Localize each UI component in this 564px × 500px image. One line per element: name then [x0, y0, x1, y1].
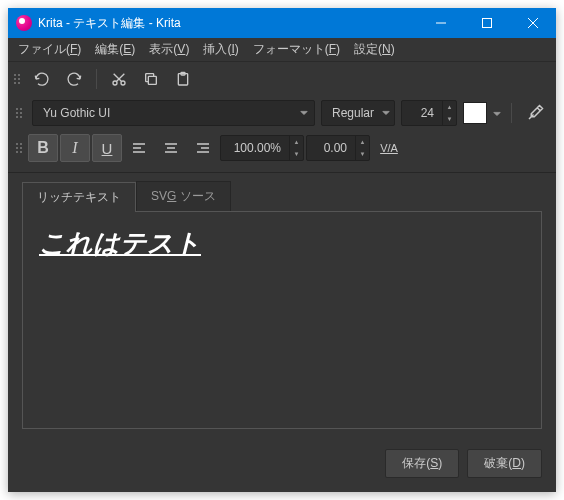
toolbar-handle[interactable] [16, 102, 24, 124]
align-right-button[interactable] [188, 134, 218, 162]
spin-up-icon[interactable]: ▲ [290, 136, 303, 148]
font-family-value: Yu Gothic UI [43, 106, 292, 120]
copy-button[interactable] [137, 66, 165, 92]
kerning-button[interactable]: V/A [372, 134, 406, 162]
menu-settings[interactable]: 設定(N) [348, 39, 401, 60]
close-button[interactable] [510, 8, 556, 38]
font-toolbar: Yu Gothic UI Regular 24 ▲▼ [8, 96, 556, 130]
ratio-value: 100.00% [221, 141, 289, 155]
spacing-spinbox[interactable]: 0.00 ▲▼ [306, 135, 370, 161]
minimize-button[interactable] [418, 8, 464, 38]
window-title: Krita - テキスト編集 - Krita [38, 15, 418, 32]
menu-view[interactable]: 表示(V) [143, 39, 195, 60]
svg-point-1 [113, 81, 117, 85]
toolbar-handle[interactable] [14, 68, 22, 90]
discard-button[interactable]: 破棄(D) [467, 449, 542, 478]
menubar: ファイル(F) 編集(E) 表示(V) 挿入(I) フォーマット(F) 設定(N… [8, 38, 556, 62]
font-size-spinbox[interactable]: 24 ▲▼ [401, 100, 457, 126]
tab-bar: リッチテキスト SVG ソース [8, 173, 556, 211]
menu-format[interactable]: フォーマット(F) [247, 39, 346, 60]
ratio-spinbox[interactable]: 100.00% ▲▼ [220, 135, 304, 161]
spin-down-icon[interactable]: ▼ [356, 148, 369, 160]
cut-button[interactable] [105, 66, 133, 92]
menu-file[interactable]: ファイル(F) [12, 39, 87, 60]
redo-button[interactable] [60, 66, 88, 92]
paste-button[interactable] [169, 66, 197, 92]
align-center-button[interactable] [156, 134, 186, 162]
tab-svg-source[interactable]: SVG ソース [136, 181, 231, 211]
toolbar-handle[interactable] [16, 137, 24, 159]
main-toolbar [8, 62, 556, 96]
text-color-swatch[interactable] [463, 102, 487, 124]
spin-up-icon[interactable]: ▲ [443, 101, 456, 113]
chevron-down-icon[interactable] [493, 104, 501, 122]
font-style-combo[interactable]: Regular [321, 100, 395, 126]
svg-rect-3 [148, 76, 156, 84]
font-size-value: 24 [402, 106, 442, 120]
spin-up-icon[interactable]: ▲ [356, 136, 369, 148]
chevron-down-icon [292, 106, 308, 120]
menu-edit[interactable]: 編集(E) [89, 39, 141, 60]
save-button[interactable]: 保存(S) [385, 449, 459, 478]
maximize-button[interactable] [464, 8, 510, 38]
toolbar-separator [96, 69, 97, 89]
format-toolbar: B I U 100.00% ▲▼ 0.00 ▲▼ V/A [8, 130, 556, 173]
chevron-down-icon [374, 106, 390, 120]
krita-app-icon [16, 15, 32, 31]
font-family-combo[interactable]: Yu Gothic UI [32, 100, 315, 126]
align-left-button[interactable] [124, 134, 154, 162]
content-area: リッチテキスト SVG ソース これはテスト [8, 173, 556, 439]
tab-rich-text[interactable]: リッチテキスト [22, 182, 136, 212]
font-style-value: Regular [332, 106, 374, 120]
titlebar[interactable]: Krita - テキスト編集 - Krita [8, 8, 556, 38]
menu-insert[interactable]: 挿入(I) [197, 39, 244, 60]
eyedropper-button[interactable] [522, 100, 548, 126]
spin-down-icon[interactable]: ▼ [290, 148, 303, 160]
undo-button[interactable] [28, 66, 56, 92]
spacing-value: 0.00 [307, 141, 355, 155]
toolbar-separator [511, 103, 512, 123]
sample-text[interactable]: これはテスト [39, 226, 525, 261]
italic-button[interactable]: I [60, 134, 90, 162]
spin-down-icon[interactable]: ▼ [443, 113, 456, 125]
bold-button[interactable]: B [28, 134, 58, 162]
dialog-footer: 保存(S) 破棄(D) [8, 439, 556, 492]
text-editor-window: Krita - テキスト編集 - Krita ファイル(F) 編集(E) 表示(… [8, 8, 556, 492]
text-canvas[interactable]: これはテスト [25, 214, 539, 394]
svg-rect-0 [483, 19, 492, 28]
canvas-frame: これはテスト [22, 211, 542, 429]
svg-point-2 [121, 81, 125, 85]
underline-button[interactable]: U [92, 134, 122, 162]
